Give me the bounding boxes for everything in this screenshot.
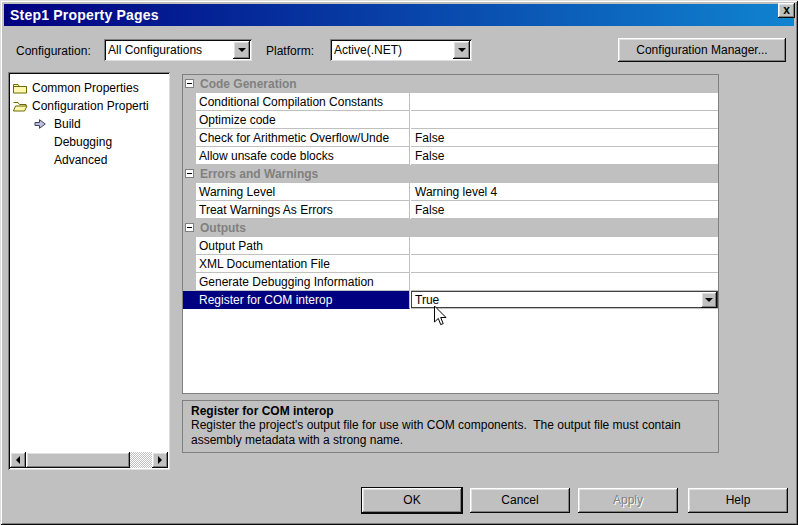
collapse-icon[interactable] <box>185 169 194 178</box>
page-tree: Common PropertiesConfiguration PropertiB… <box>8 72 170 470</box>
property-value[interactable] <box>411 111 718 129</box>
grid-row-warning-level[interactable]: Warning LevelWarning level 4 <box>183 183 718 201</box>
property-name[interactable]: Optimize code <box>196 111 410 129</box>
grid-row-margin <box>183 237 196 255</box>
grid-row-margin <box>183 111 196 129</box>
tree-item-debugging[interactable]: Debugging <box>12 133 166 151</box>
platform-select[interactable]: Active(.NET) <box>330 39 472 61</box>
grid-section-outputs[interactable]: Outputs <box>183 219 718 237</box>
description-text: Register the project's output file for u… <box>191 418 710 448</box>
collapse-icon[interactable] <box>185 79 194 88</box>
grid-row-generate-debugging-information[interactable]: Generate Debugging Information <box>183 273 718 291</box>
property-value[interactable]: False <box>411 147 718 165</box>
scroll-right-icon[interactable] <box>152 452 168 468</box>
scrollbar-thumb[interactable] <box>26 452 130 468</box>
page-arrow-icon <box>34 117 51 131</box>
tree-item-label: Build <box>51 117 81 131</box>
property-value[interactable]: Warning level 4 <box>411 183 718 201</box>
property-name[interactable]: Conditional Compilation Constants <box>196 93 410 111</box>
grid-row-margin <box>183 201 196 219</box>
grid-row-output-path[interactable]: Output Path <box>183 237 718 255</box>
scrollbar-track[interactable] <box>130 452 152 468</box>
tree-horizontal-scrollbar[interactable] <box>10 452 168 468</box>
configuration-label: Configuration: <box>16 44 91 58</box>
tree-item-configuration-properti[interactable]: Configuration Properti <box>12 97 166 115</box>
tree-spacer <box>34 135 51 149</box>
tree-item-advanced[interactable]: Advanced <box>12 151 166 169</box>
grid-row-margin <box>183 129 196 147</box>
property-description-panel: Register for COM interop Register the pr… <box>182 400 719 453</box>
grid-section-code-generation[interactable]: Code Generation <box>183 75 718 93</box>
configuration-select[interactable]: All Configurations <box>104 39 252 61</box>
property-name[interactable]: Treat Warnings As Errors <box>196 201 410 219</box>
property-value[interactable] <box>411 93 718 111</box>
property-pages-dialog: Step1 Property Pages x Configuration: Al… <box>0 0 798 525</box>
grid-row-margin <box>183 183 196 201</box>
cancel-button[interactable]: Cancel <box>470 488 570 513</box>
tree-item-label: Advanced <box>51 153 107 167</box>
property-value[interactable]: False <box>411 201 718 219</box>
property-grid: Code GenerationConditional Compilation C… <box>182 74 719 394</box>
grid-row-margin <box>183 255 196 273</box>
configuration-manager-button[interactable]: Configuration Manager... <box>618 38 786 62</box>
property-name[interactable]: Register for COM interop <box>196 291 410 309</box>
configuration-value: All Configurations <box>108 43 232 57</box>
property-name[interactable]: Check for Arithmetic Overflow/Unde <box>196 129 410 147</box>
platform-value: Active(.NET) <box>334 43 452 57</box>
description-title: Register for COM interop <box>191 404 710 418</box>
grid-section-errors-and-warnings[interactable]: Errors and Warnings <box>183 165 718 183</box>
property-name[interactable]: XML Documentation File <box>196 255 410 273</box>
titlebar: Step1 Property Pages <box>4 4 794 26</box>
property-value[interactable] <box>411 255 718 273</box>
grid-row-margin <box>183 273 196 291</box>
apply-button[interactable]: Apply <box>578 488 678 513</box>
tree-item-common-properties[interactable]: Common Properties <box>12 79 166 97</box>
chevron-down-icon[interactable] <box>233 41 250 59</box>
chevron-down-icon[interactable] <box>453 41 470 59</box>
grid-row-conditional-compilation-constants[interactable]: Conditional Compilation Constants <box>183 93 718 111</box>
tree-spacer <box>34 153 51 167</box>
grid-row-allow-unsafe-code-blocks[interactable]: Allow unsafe code blocksFalse <box>183 147 718 165</box>
platform-label: Platform: <box>266 44 314 58</box>
grid-row-check-for-arithmetic-overflow-unde[interactable]: Check for Arithmetic Overflow/UndeFalse <box>183 129 718 147</box>
tree-item-label: Debugging <box>51 135 112 149</box>
property-value[interactable]: True <box>411 291 718 309</box>
grid-section-label: Code Generation <box>200 77 297 91</box>
grid-row-optimize-code[interactable]: Optimize code <box>183 111 718 129</box>
help-button[interactable]: Help <box>688 488 788 513</box>
grid-row-treat-warnings-as-errors[interactable]: Treat Warnings As ErrorsFalse <box>183 201 718 219</box>
grid-row-margin <box>183 93 196 111</box>
tree-item-label: Configuration Properti <box>29 99 149 113</box>
chevron-down-icon[interactable] <box>701 292 717 308</box>
collapse-icon[interactable] <box>185 223 194 232</box>
tree-list: Common PropertiesConfiguration PropertiB… <box>12 79 166 169</box>
ok-button[interactable]: OK <box>362 488 462 513</box>
property-value[interactable]: False <box>411 129 718 147</box>
grid-section-label: Outputs <box>200 221 246 235</box>
folder-closed-icon <box>12 81 29 95</box>
folder-open-icon <box>12 99 29 113</box>
grid-row-xml-documentation-file[interactable]: XML Documentation File <box>183 255 718 273</box>
tree-item-build[interactable]: Build <box>12 115 166 133</box>
property-name[interactable]: Output Path <box>196 237 410 255</box>
window-title: Step1 Property Pages <box>10 7 159 23</box>
grid-section-label: Errors and Warnings <box>200 167 318 181</box>
grid-row-margin <box>183 147 196 165</box>
tree-item-label: Common Properties <box>29 81 139 95</box>
property-name[interactable]: Generate Debugging Information <box>196 273 410 291</box>
property-value[interactable] <box>411 273 718 291</box>
property-value[interactable] <box>411 237 718 255</box>
close-icon[interactable]: x <box>778 3 795 18</box>
property-name[interactable]: Warning Level <box>196 183 410 201</box>
scroll-left-icon[interactable] <box>10 452 26 468</box>
property-name[interactable]: Allow unsafe code blocks <box>196 147 410 165</box>
grid-row-register-for-com-interop[interactable]: Register for COM interopTrue <box>183 291 718 309</box>
grid-row-margin <box>183 291 196 309</box>
